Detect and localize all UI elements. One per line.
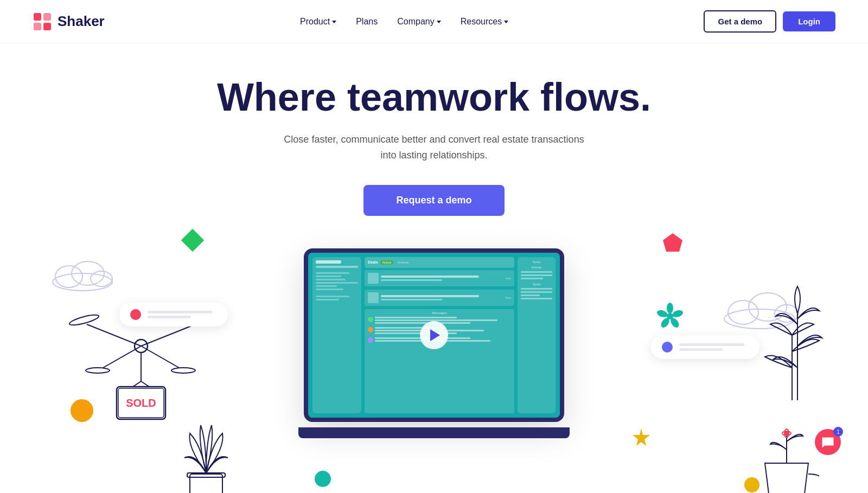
svg-line-23 bbox=[133, 381, 141, 387]
diamond-green-icon bbox=[181, 229, 204, 252]
chat-icon bbox=[821, 436, 834, 449]
chevron-down-icon bbox=[332, 21, 336, 23]
svg-line-17 bbox=[141, 346, 179, 368]
svg-line-16 bbox=[103, 346, 141, 368]
get-demo-button[interactable]: Get a demo bbox=[704, 10, 776, 33]
logo[interactable]: Shaker bbox=[33, 12, 105, 31]
nav-company[interactable]: Company bbox=[397, 17, 441, 27]
flower-teal-icon bbox=[656, 303, 684, 332]
svg-marker-36 bbox=[633, 428, 650, 446]
svg-point-43 bbox=[784, 431, 789, 436]
pentagon-pink-icon bbox=[662, 232, 684, 255]
chevron-down-icon bbox=[437, 21, 441, 23]
svg-point-34 bbox=[656, 309, 668, 318]
hero-section: Where teamwork flows. Close faster, comm… bbox=[0, 43, 868, 493]
logo-icon bbox=[33, 12, 52, 31]
card-content bbox=[148, 311, 217, 318]
svg-marker-12 bbox=[663, 233, 682, 252]
succulent-illustration bbox=[168, 414, 244, 493]
nav-links: Product Plans Company Resources bbox=[300, 17, 508, 27]
hero-title: Where teamwork flows. bbox=[0, 76, 868, 119]
login-button[interactable]: Login bbox=[783, 11, 835, 31]
star-yellow-icon bbox=[631, 427, 651, 449]
floating-card-left bbox=[119, 303, 228, 326]
chat-button[interactable]: 1 bbox=[815, 429, 841, 455]
card-content-right bbox=[679, 343, 749, 351]
svg-point-31 bbox=[672, 309, 684, 318]
svg-rect-3 bbox=[43, 23, 51, 30]
cup-plant-illustration bbox=[754, 420, 819, 493]
nav-plans[interactable]: Plans bbox=[356, 17, 378, 27]
hero-subtitle: Close faster, communicate better and con… bbox=[282, 132, 586, 163]
svg-line-14 bbox=[87, 324, 141, 346]
svg-line-24 bbox=[141, 381, 149, 387]
svg-point-21 bbox=[171, 368, 195, 373]
illustration-area: SOLD bbox=[0, 248, 868, 493]
play-icon bbox=[430, 329, 440, 341]
nav-actions: Get a demo Login bbox=[704, 10, 835, 33]
screen-mockup: Deals Active Archive New bbox=[304, 248, 564, 422]
svg-point-30 bbox=[667, 303, 673, 313]
svg-point-35 bbox=[667, 313, 673, 319]
svg-point-20 bbox=[86, 368, 110, 373]
svg-rect-0 bbox=[34, 13, 41, 21]
screen-base bbox=[298, 427, 570, 438]
nav-resources[interactable]: Resources bbox=[461, 17, 508, 27]
card-dot-icon bbox=[130, 309, 141, 320]
svg-rect-2 bbox=[34, 23, 41, 30]
navigation: Shaker Product Plans Company Resources G… bbox=[0, 0, 868, 43]
card-dot-blue-icon bbox=[662, 342, 673, 353]
nav-product[interactable]: Product bbox=[300, 17, 336, 27]
chat-badge: 1 bbox=[833, 427, 843, 437]
request-demo-button[interactable]: Request a demo bbox=[363, 185, 504, 216]
svg-rect-1 bbox=[43, 13, 51, 21]
floating-card-right bbox=[651, 335, 760, 359]
circle-teal-icon bbox=[315, 471, 331, 487]
svg-line-15 bbox=[141, 324, 195, 346]
chevron-down-icon bbox=[504, 21, 508, 23]
svg-text:SOLD: SOLD bbox=[126, 397, 156, 409]
play-button[interactable] bbox=[420, 321, 448, 349]
plant-right2-illustration bbox=[770, 281, 825, 402]
brand-name: Shaker bbox=[58, 13, 105, 30]
svg-point-18 bbox=[68, 313, 99, 327]
